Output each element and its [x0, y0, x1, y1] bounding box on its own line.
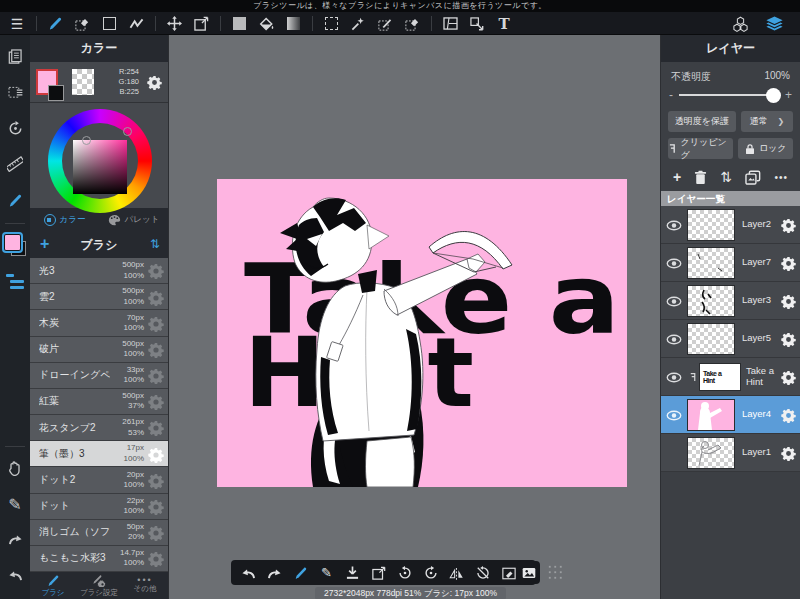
menu-icon[interactable]: ☰: [6, 14, 28, 34]
layer-settings-gear-icon[interactable]: [776, 444, 800, 462]
reference-image-button[interactable]: [517, 561, 540, 584]
layer-settings-gear-icon[interactable]: [776, 368, 800, 386]
text-tool-button[interactable]: T: [493, 14, 515, 34]
saturation-value-square[interactable]: [73, 140, 127, 194]
opacity-slider[interactable]: [679, 94, 779, 96]
transparent-color-swatch[interactable]: [72, 69, 94, 95]
opacity-plus-button[interactable]: +: [785, 88, 792, 102]
visibility-eye-icon[interactable]: [661, 406, 687, 424]
shape-fill-tool-button[interactable]: [228, 14, 250, 34]
pen-settings-button[interactable]: ✎: [318, 565, 335, 580]
layer-row-clipped[interactable]: Take aHint Take a Hint: [661, 358, 800, 396]
layer-more-button[interactable]: •••: [774, 172, 788, 183]
duplicate-layer-button[interactable]: [745, 168, 761, 186]
reset-rotation-button[interactable]: [474, 565, 491, 581]
rotate-ccw-button[interactable]: [396, 565, 413, 581]
color-settings-gear-icon[interactable]: [147, 73, 162, 91]
visibility-eye-icon[interactable]: [661, 216, 687, 234]
tab-brush-settings[interactable]: ブラシ設定: [76, 572, 122, 599]
panel-divide-tool-button[interactable]: [439, 14, 461, 34]
pen-mode-icon[interactable]: ✎: [0, 489, 30, 519]
sv-cursor[interactable]: [82, 136, 91, 145]
magic-wand-tool-button[interactable]: [347, 14, 369, 34]
brush-row[interactable]: 消しゴム（ソフト） 50px20%: [30, 520, 168, 546]
hand-pan-icon[interactable]: [0, 453, 30, 483]
foreground-background-color-swatch[interactable]: [4, 234, 26, 256]
brush-row[interactable]: ドローイングペン2 33px100%: [30, 363, 168, 389]
brush-settings-gear-icon[interactable]: [148, 340, 164, 358]
brush-row[interactable]: 木炭 70px100%: [30, 310, 168, 336]
brush-row[interactable]: 花スタンプ2 261px53%: [30, 415, 168, 441]
select-pen-tool-button[interactable]: [374, 14, 396, 34]
brush-row[interactable]: ドット 22px100%: [30, 494, 168, 520]
shortcut-list-icon[interactable]: [0, 266, 30, 296]
brush-row[interactable]: 光3 500px100%: [30, 258, 168, 284]
undo-icon[interactable]: [0, 561, 30, 591]
tab-brush[interactable]: ブラシ: [30, 572, 76, 599]
brush-settings-gear-icon[interactable]: [148, 549, 164, 567]
move-tool-button[interactable]: [163, 14, 185, 34]
reset-view-icon[interactable]: [0, 113, 30, 143]
save-button[interactable]: [344, 565, 361, 581]
brush-settings-gear-icon[interactable]: [148, 314, 164, 332]
visibility-eye-icon[interactable]: [661, 368, 687, 386]
material-library-button[interactable]: [729, 14, 751, 34]
gradient-tool-button[interactable]: [282, 14, 304, 34]
ruler-icon[interactable]: [0, 149, 30, 179]
add-brush-button[interactable]: +: [40, 235, 49, 253]
brush-row[interactable]: 紅葉 500px37%: [30, 389, 168, 415]
polyline-tool-button[interactable]: [125, 14, 147, 34]
bucket-tool-button[interactable]: [255, 14, 277, 34]
tab-other[interactable]: ••• その他: [122, 572, 168, 599]
brush-settings-gear-icon[interactable]: [148, 366, 164, 384]
brush-row[interactable]: 破片 500px100%: [30, 337, 168, 363]
brush-settings-gear-icon[interactable]: [148, 445, 164, 463]
clear-button[interactable]: [500, 565, 517, 580]
rect-tool-button[interactable]: [98, 14, 120, 34]
brush-row[interactable]: もこもこ水彩3 14.7px100%: [30, 546, 168, 572]
color-wheel[interactable]: [30, 103, 168, 208]
select-tool-button[interactable]: [320, 14, 342, 34]
opacity-slider-thumb[interactable]: [766, 88, 781, 103]
brush-row[interactable]: 雲2 500px100%: [30, 284, 168, 310]
brush-sort-button[interactable]: ⇅: [150, 237, 160, 251]
layer-settings-gear-icon[interactable]: [776, 406, 800, 424]
hue-cursor[interactable]: [123, 127, 132, 136]
brush-snap-button[interactable]: [292, 565, 309, 581]
selection-menu-icon[interactable]: [0, 77, 30, 107]
layer-row[interactable]: Layer2: [661, 206, 800, 244]
layer-settings-gear-icon[interactable]: [776, 216, 800, 234]
layer-row[interactable]: Layer5: [661, 320, 800, 358]
brush-row-selected[interactable]: 筆（墨）3 17px100%: [30, 441, 168, 467]
add-layer-button[interactable]: +: [673, 169, 681, 185]
brush-settings-gear-icon[interactable]: [148, 288, 164, 306]
layer-row[interactable]: Layer3: [661, 282, 800, 320]
blend-mode-button[interactable]: 通常 ❯: [741, 111, 793, 132]
brush-settings-gear-icon[interactable]: [148, 262, 164, 280]
brush-settings-gear-icon[interactable]: [148, 497, 164, 515]
pages-icon[interactable]: [0, 41, 30, 71]
layer-settings-gear-icon[interactable]: [776, 292, 800, 310]
delete-layer-button[interactable]: [694, 168, 707, 186]
brush-settings-gear-icon[interactable]: [148, 419, 164, 437]
layer-row[interactable]: Layer7: [661, 244, 800, 282]
undo-button[interactable]: [240, 565, 257, 580]
brush-settings-gear-icon[interactable]: [148, 523, 164, 541]
layers-panel-toggle-button[interactable]: [763, 14, 785, 34]
layer-settings-gear-icon[interactable]: [776, 254, 800, 272]
transform-tool-button[interactable]: [190, 14, 212, 34]
drawing-canvas[interactable]: Take a Hint: [217, 179, 627, 487]
visibility-eye-icon[interactable]: [661, 292, 687, 310]
layer-sort-button[interactable]: ⇅: [720, 169, 732, 185]
lock-button[interactable]: ロック: [738, 138, 793, 159]
export-button[interactable]: [370, 565, 387, 581]
layer-row-hidden[interactable]: Layer1: [661, 434, 800, 472]
visibility-eye-icon[interactable]: [661, 254, 687, 272]
opacity-minus-button[interactable]: -: [669, 88, 673, 102]
brush-settings-gear-icon[interactable]: [148, 471, 164, 489]
clipping-button[interactable]: クリッピング: [668, 138, 733, 159]
protect-alpha-button[interactable]: 透明度を保護: [668, 111, 736, 132]
brush-tool-button[interactable]: [44, 14, 66, 34]
toolbar-drag-handle[interactable]: [547, 564, 564, 581]
select-eraser-tool-button[interactable]: [401, 14, 423, 34]
